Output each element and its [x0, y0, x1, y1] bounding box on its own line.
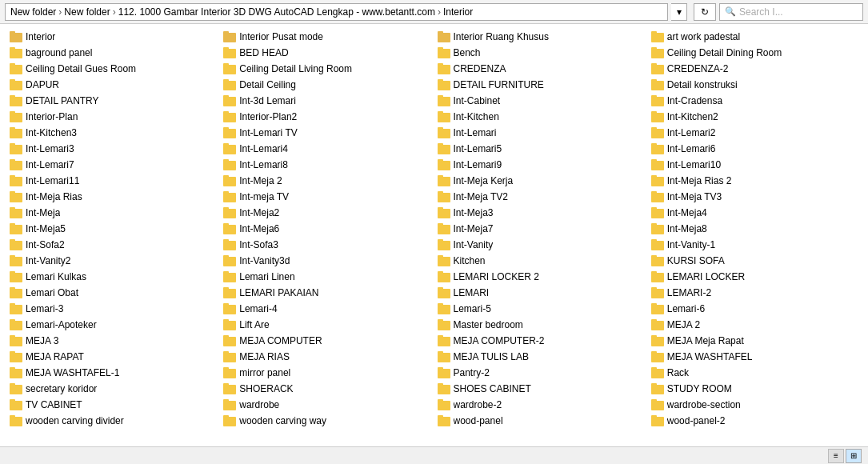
folder-item[interactable]: STUDY ROOM [648, 381, 862, 397]
folder-item[interactable]: Int-Vanity [434, 237, 648, 253]
folder-item[interactable]: baground panel [6, 45, 220, 61]
folder-item[interactable]: DAPUR [6, 77, 220, 93]
folder-item[interactable]: mirror panel [220, 365, 434, 381]
folder-item[interactable]: Kitchen [434, 253, 648, 269]
folder-item[interactable]: secretary koridor [6, 381, 220, 397]
folder-item[interactable]: MEJA 3 [6, 333, 220, 349]
folder-item[interactable]: LEMARI LOCKER [648, 269, 862, 285]
folder-item[interactable]: Interior-Plan2 [220, 109, 434, 125]
folder-item[interactable]: Bench [434, 45, 648, 61]
folder-item[interactable]: art work padestal [648, 29, 862, 45]
folder-item[interactable]: Int-Lemari6 [648, 141, 862, 157]
search-bar[interactable]: 🔍 Search I... [719, 3, 863, 21]
folder-item[interactable]: Int-Kitchen2 [648, 109, 862, 125]
folder-item[interactable]: Int-Meja2 [220, 205, 434, 221]
folder-item[interactable]: Master bedroom [434, 317, 648, 333]
folder-item[interactable]: Int-Lemari8 [220, 157, 434, 173]
folder-item[interactable]: SHOES CABINET [434, 381, 648, 397]
folder-item[interactable]: Int-Lemari2 [648, 125, 862, 141]
folder-item[interactable]: Lemari-6 [648, 301, 862, 317]
folder-item[interactable]: LEMARI LOCKER 2 [434, 269, 648, 285]
folder-item[interactable]: MEJA 2 [648, 317, 862, 333]
folder-item[interactable]: MEJA Meja Rapat [648, 333, 862, 349]
folder-item[interactable]: Interior-Plan [6, 109, 220, 125]
folder-item[interactable]: Int-Lemari [434, 125, 648, 141]
folder-item[interactable]: MEJA COMPUTER-2 [434, 333, 648, 349]
folder-item[interactable]: LEMARI [434, 285, 648, 301]
folder-item[interactable]: DETAIL PANTRY [6, 93, 220, 109]
folder-item[interactable]: Detail Ceiling [220, 77, 434, 93]
folder-item[interactable]: Int-Vanity3d [220, 253, 434, 269]
folder-item[interactable]: MEJA WASHTAFEL-1 [6, 365, 220, 381]
folder-item[interactable]: Interior Ruang Khusus [434, 29, 648, 45]
folder-item[interactable]: Int-Meja TV2 [434, 189, 648, 205]
folder-item[interactable]: Lift Are [220, 317, 434, 333]
folder-item[interactable]: Int-Lemari4 [220, 141, 434, 157]
folder-item[interactable]: Int-3d Lemari [220, 93, 434, 109]
folder-item[interactable]: Int-Lemari5 [434, 141, 648, 157]
folder-item[interactable]: Int-Lemari11 [6, 173, 220, 189]
detail-view-button[interactable]: ⊞ [846, 449, 862, 463]
folder-item[interactable]: Int-Meja5 [6, 221, 220, 237]
folder-item[interactable]: SHOERACK [220, 381, 434, 397]
breadcrumb-dropdown[interactable]: ▾ [671, 3, 687, 21]
folder-item[interactable]: MEJA COMPUTER [220, 333, 434, 349]
folder-item[interactable]: MEJA TULIS LAB [434, 349, 648, 365]
folder-item[interactable]: KURSI SOFA [648, 253, 862, 269]
folder-item[interactable]: Lemari-4 [220, 301, 434, 317]
folder-item[interactable]: MEJA RIAS [220, 349, 434, 365]
folder-item[interactable]: Ceiling Detail Dining Room [648, 45, 862, 61]
folder-item[interactable]: wooden carving divider [6, 413, 220, 429]
folder-item[interactable]: Lemari-3 [6, 301, 220, 317]
breadcrumb[interactable]: New folder › New folder › 112. 1000 Gamb… [5, 3, 668, 21]
folder-item[interactable]: Lemari-Apoteker [6, 317, 220, 333]
folder-item[interactable]: Ceiling Detail Living Room [220, 61, 434, 77]
list-view-button[interactable]: ≡ [828, 449, 844, 463]
folder-item[interactable]: Int-Lemari7 [6, 157, 220, 173]
folder-item[interactable]: Int-Meja6 [220, 221, 434, 237]
folder-item[interactable]: CREDENZA [434, 61, 648, 77]
search-input[interactable]: Search I... [739, 6, 858, 18]
folder-item[interactable]: Int-Meja Rias 2 [648, 173, 862, 189]
folder-item[interactable]: Int-meja TV [220, 189, 434, 205]
folder-item[interactable]: Ceiling Detail Gues Room [6, 61, 220, 77]
folder-item[interactable]: Int-Meja7 [434, 221, 648, 237]
folder-item[interactable]: Int-Meja Rias [6, 189, 220, 205]
folder-item[interactable]: Lemari-5 [434, 301, 648, 317]
folder-item[interactable]: Int-Kitchen3 [6, 125, 220, 141]
folder-item[interactable]: Int-Kitchen [434, 109, 648, 125]
folder-item[interactable]: LEMARI PAKAIAN [220, 285, 434, 301]
folder-item[interactable]: MEJA RAPAT [6, 349, 220, 365]
folder-item[interactable]: Int-Meja4 [648, 205, 862, 221]
folder-item[interactable]: Lemari Obat [6, 285, 220, 301]
folder-item[interactable]: Detail konstruksi [648, 77, 862, 93]
folder-item[interactable]: Int-Lemari3 [6, 141, 220, 157]
folder-item[interactable]: Int-Meja [6, 205, 220, 221]
folder-item[interactable]: Rack [648, 365, 862, 381]
folder-item[interactable]: Lemari Kulkas [6, 269, 220, 285]
refresh-button[interactable]: ↻ [694, 3, 716, 21]
folder-item[interactable]: Int-Vanity-1 [648, 237, 862, 253]
folder-item[interactable]: Int-Meja Kerja [434, 173, 648, 189]
folder-item[interactable]: Int-Meja3 [434, 205, 648, 221]
folder-item[interactable]: wardrobe-section [648, 397, 862, 413]
folder-item[interactable]: wood-panel-2 [648, 413, 862, 429]
folder-item[interactable]: Interior [6, 29, 220, 45]
folder-item[interactable]: CREDENZA-2 [648, 61, 862, 77]
folder-item[interactable]: Int-Lemari9 [434, 157, 648, 173]
folder-item[interactable]: Int-Meja 2 [220, 173, 434, 189]
folder-item[interactable]: Int-Meja TV3 [648, 189, 862, 205]
folder-item[interactable]: wardrobe [220, 397, 434, 413]
folder-item[interactable]: Lemari Linen [220, 269, 434, 285]
folder-item[interactable]: Int-Sofa2 [6, 237, 220, 253]
folder-item[interactable]: BED HEAD [220, 45, 434, 61]
folder-item[interactable]: Int-Sofa3 [220, 237, 434, 253]
folder-item[interactable]: TV CABINET [6, 397, 220, 413]
folder-item[interactable]: wooden carving way [220, 413, 434, 429]
folder-item[interactable]: Pantry-2 [434, 365, 648, 381]
folder-item[interactable]: LEMARI-2 [648, 285, 862, 301]
folder-item[interactable]: DETAIL FURNITURE [434, 77, 648, 93]
folder-item[interactable]: Int-Meja8 [648, 221, 862, 237]
folder-item[interactable]: MEJA WASHTAFEL [648, 349, 862, 365]
folder-item[interactable]: Int-Lemari TV [220, 125, 434, 141]
